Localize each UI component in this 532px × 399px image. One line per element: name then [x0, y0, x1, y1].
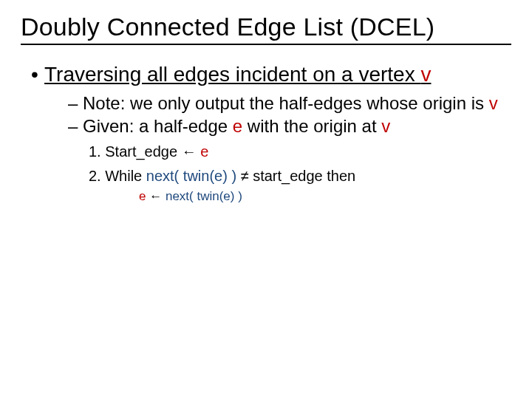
step1-text: 1. Start_edge ←: [89, 143, 200, 160]
dash-icon: –: [68, 116, 83, 136]
step2-b: next( twin(e) ): [146, 168, 236, 184]
bullet1-text: Traversing all edges incident on a verte…: [44, 63, 420, 86]
slide: Doubly Connected Edge List (DCEL) •Trave…: [0, 0, 532, 399]
given-e: e: [233, 116, 242, 136]
bullet1-v: v: [420, 63, 431, 86]
given-line: – Given: a half-edge e with the origin a…: [68, 116, 511, 137]
step2-c: ≠ start_edge then: [236, 168, 355, 184]
bullet-level1: •Traversing all edges incident on a vert…: [31, 63, 511, 86]
step3-b: ←: [146, 189, 165, 203]
step-2: 2. While next( twin(e) ) ≠ start_edge th…: [89, 167, 511, 185]
step-1: 1. Start_edge ← e: [89, 143, 511, 161]
dash-icon: –: [68, 93, 83, 113]
slide-title: Doubly Connected Edge List (DCEL): [21, 13, 511, 45]
note-v: v: [489, 93, 498, 113]
given-text-b: with the origin at: [242, 116, 381, 136]
step2-a: 2. While: [89, 168, 146, 184]
note-text: Note: we only output the half-edges whos…: [83, 93, 489, 113]
given-v: v: [381, 116, 390, 136]
step1-e: e: [200, 143, 208, 160]
bullet-dot-icon: •: [31, 63, 44, 86]
note-line: – Note: we only output the half-edges wh…: [68, 93, 511, 114]
step-3: e ← next( twin(e) ): [139, 188, 511, 204]
step3-c: next( twin(e) ): [166, 189, 242, 203]
given-text-a: Given: a half-edge: [83, 116, 233, 136]
